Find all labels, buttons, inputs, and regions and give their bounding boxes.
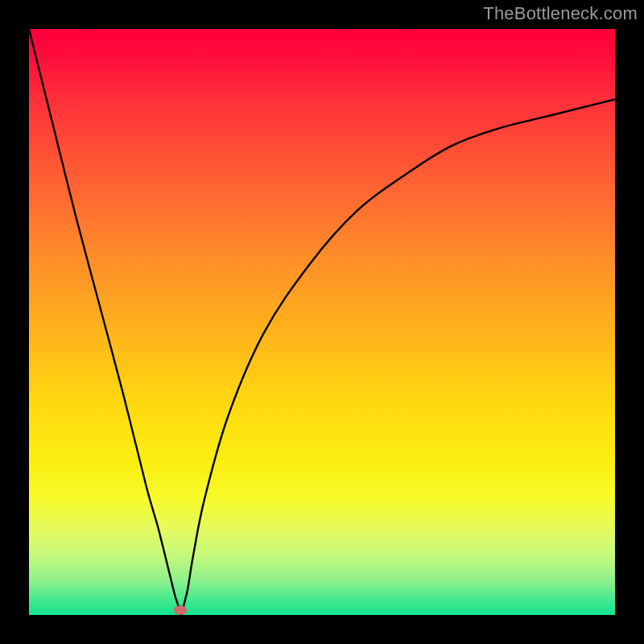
bottleneck-curve bbox=[29, 29, 615, 615]
watermark-label: TheBottleneck.com bbox=[483, 3, 638, 24]
plot-area bbox=[29, 29, 615, 615]
optimal-point-marker bbox=[174, 606, 187, 615]
chart-frame: TheBottleneck.com bbox=[0, 0, 644, 644]
